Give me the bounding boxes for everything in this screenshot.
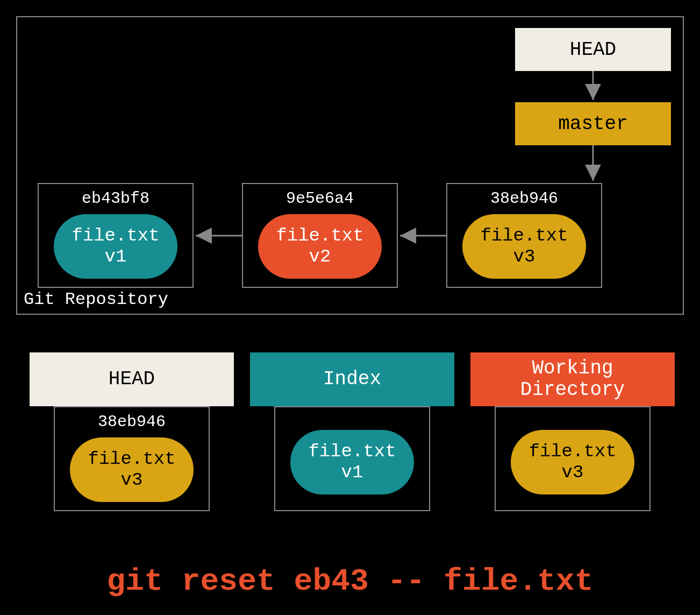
file-name: file.txt (308, 441, 396, 462)
file-name: file.txt (88, 449, 175, 470)
file-version: v3 (562, 462, 584, 483)
git-command: git reset eb43 -- file.txt (0, 564, 700, 599)
working-directory-header: Working Directory (470, 352, 675, 406)
file-name: file.txt (276, 225, 363, 246)
index-area-box: file.txt v1 (274, 406, 430, 511)
repo-label: Git Repository (24, 289, 168, 309)
file-pill: file.txt v1 (54, 214, 177, 279)
file-name: file.txt (528, 441, 616, 462)
head-area-hash: 38eb946 (55, 413, 209, 431)
file-name: file.txt (480, 225, 568, 246)
file-name: file.txt (72, 225, 159, 246)
file-pill: file.txt v1 (290, 430, 414, 494)
file-version: v1 (341, 462, 363, 483)
file-version: v1 (105, 246, 127, 267)
commit-hash: eb43bf8 (39, 189, 192, 208)
file-pill: file.txt v3 (462, 214, 586, 279)
head-area-header: HEAD (30, 352, 234, 406)
file-version: v3 (513, 246, 535, 267)
master-branch-box: master (515, 102, 671, 145)
commit-box-1: eb43bf8 file.txt v1 (38, 183, 194, 288)
head-area-box: 38eb946 file.txt v3 (54, 406, 210, 511)
commit-hash: 9e5e6a4 (243, 189, 397, 208)
file-version: v2 (309, 246, 331, 267)
file-pill: file.txt v3 (70, 437, 194, 502)
index-area-header: Index (250, 352, 454, 406)
commit-box-3: 38eb946 file.txt v3 (446, 183, 602, 288)
head-ref-box: HEAD (515, 28, 671, 71)
commit-hash: 38eb946 (447, 189, 601, 208)
file-pill: file.txt v3 (511, 430, 634, 494)
file-version: v3 (121, 470, 143, 491)
working-directory-box: file.txt v3 (495, 406, 651, 511)
file-pill: file.txt v2 (258, 214, 382, 279)
commit-box-2: 9e5e6a4 file.txt v2 (242, 183, 398, 288)
